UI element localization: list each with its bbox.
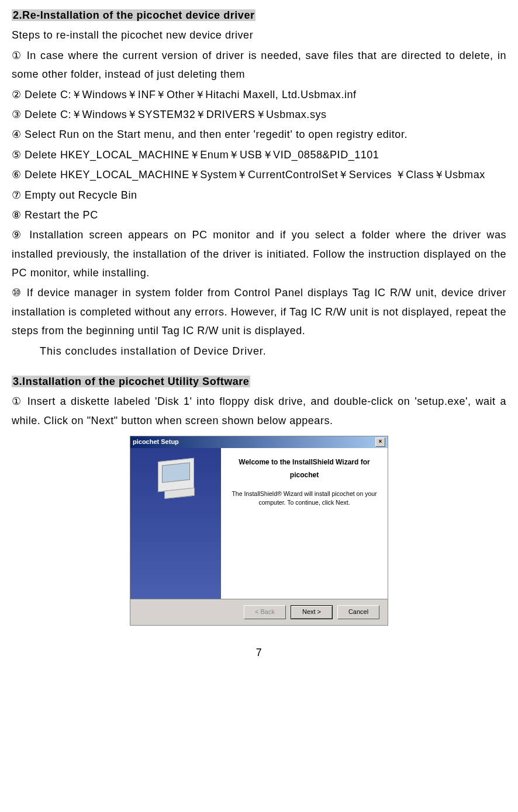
section3-title: 3.Installation of the picochet Utility S… [12,376,250,387]
wizard-screenshot: picochet Setup × Welcome to the InstallS… [12,436,506,626]
step-9: ⑨ Installation screen appears on PC moni… [12,225,506,282]
section3-step1: ① Insert a diskette labeled 'Disk 1' int… [12,392,506,430]
computer-icon [158,458,194,492]
wizard-titlebar: picochet Setup × [130,436,388,448]
step-5: ⑤ Delete HKEY_LOCAL_MACHINE￥Enum￥USB￥VID… [12,145,506,164]
back-button[interactable]: < Back [244,605,286,619]
step-4: ④ Select Run on the Start menu, and then… [12,125,506,144]
section3-heading: 3.Installation of the picochet Utility S… [12,372,506,391]
cancel-button[interactable]: Cancel [337,605,379,619]
section2-intro: Steps to re-install the picochet new dev… [12,26,506,44]
close-icon[interactable]: × [375,438,385,447]
wizard-description: The InstallShield® Wizard will install p… [230,490,378,506]
section2-heading: 2.Re-Installation of the picochet device… [12,6,506,25]
step-3: ③ Delete C:￥Windows￥SYSTEM32￥DRIVERS￥Usb… [12,105,506,124]
step-7: ⑦ Empty out Recycle Bin [12,186,506,204]
wizard-button-bar: < Back Next > Cancel [130,599,388,625]
wizard-body: Welcome to the InstallShield Wizard for … [130,448,388,599]
step-8: ⑧ Restart the PC [12,206,506,224]
wizard-content: Welcome to the InstallShield Wizard for … [221,448,388,599]
section2-conclude: This concludes installation of Device Dr… [40,342,506,360]
section2-title: 2.Re-Installation of the picochet device… [12,9,255,21]
step-2: ② Delete C:￥Windows￥INF￥Other￥Hitachi Ma… [12,85,506,104]
next-button[interactable]: Next > [291,605,333,619]
wizard-sidebar [130,448,221,599]
step-1: ① In case where the current version of d… [12,46,506,84]
wizard-titlebar-label: picochet Setup [133,436,179,448]
page-number: 7 [12,643,506,662]
step-10: ⑩ If device manager in system folder fro… [12,283,506,340]
wizard-welcome: Welcome to the InstallShield Wizard for … [230,456,378,481]
step-6: ⑥ Delete HKEY_LOCAL_MACHINE￥System￥Curre… [12,165,506,184]
wizard-window: picochet Setup × Welcome to the InstallS… [130,436,388,626]
